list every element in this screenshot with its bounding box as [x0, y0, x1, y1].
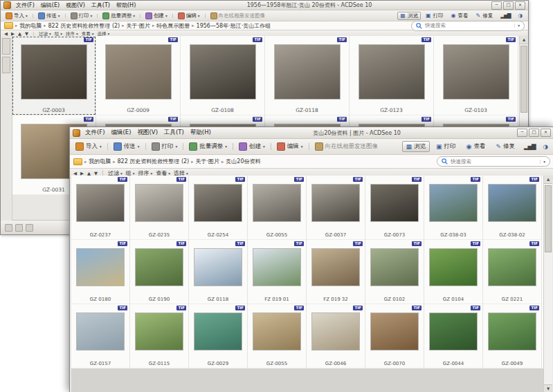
- thumbnail-cell[interactable]: TIFGZ-0237: [71, 176, 130, 240]
- thumbnail-cell[interactable]: TIFGZ-0003: [12, 36, 96, 115]
- breadcrumb-segment[interactable]: 我的电脑: [19, 22, 42, 30]
- toolbar-button[interactable]: 传送▾: [111, 142, 143, 151]
- status-icon[interactable]: [15, 224, 23, 232]
- breadcrumb-segment[interactable]: 我的电脑: [89, 158, 111, 165]
- search-input[interactable]: 快速搜索 ▾: [411, 21, 525, 31]
- menu-item[interactable]: 帮助(H): [116, 1, 136, 9]
- scroll-up-icon[interactable]: ▲: [544, 176, 552, 184]
- mode-button-eye[interactable]: ◉查看: [448, 12, 471, 20]
- thumbnail-cell[interactable]: TIFGZ-0046: [307, 304, 365, 368]
- minimize-button[interactable]: ─: [517, 129, 527, 137]
- breadcrumb-segment[interactable]: 特色展示图册: [156, 22, 190, 30]
- mode-button-grid[interactable]: ▦浏览: [402, 141, 430, 152]
- menu-item[interactable]: 帮助(H): [190, 129, 211, 137]
- organize-panel-tab[interactable]: [2, 57, 10, 73]
- thumbnail-cell[interactable]: TIFGZ-0157: [71, 304, 130, 368]
- toolbar-button[interactable]: 向在线相册发送图像: [312, 142, 381, 151]
- thumbnail-cell[interactable]: TIFGZ-0009: [96, 36, 181, 115]
- thumbnail-cell[interactable]: TIFGZ-0044: [424, 304, 483, 368]
- menu-item[interactable]: 文件(F): [85, 129, 105, 137]
- toolbar-button[interactable]: 打印▾: [69, 12, 95, 19]
- privacy-eye-icon[interactable]: ◑: [515, 12, 525, 19]
- menu-item[interactable]: 视图(V): [66, 1, 85, 9]
- thumbnail-cell[interactable]: TIFFZ 019 32: [307, 240, 365, 304]
- status-icon[interactable]: [5, 224, 12, 232]
- menu-item[interactable]: 文件(F): [16, 1, 35, 9]
- mode-button-edit[interactable]: ✎修复: [473, 12, 496, 20]
- thumbnail-cell[interactable]: TIFGZ 0221: [483, 240, 542, 304]
- scrollbar-thumb[interactable]: [545, 185, 552, 252]
- mode-button-photo[interactable]: ▣打印: [423, 12, 446, 20]
- thumbnail-cell[interactable]: TIFGZ-0103: [434, 36, 518, 115]
- thumbnail-cell[interactable]: TIFGZ-0073: [365, 176, 424, 240]
- collapsed-panel-strip[interactable]: [1, 36, 12, 221]
- menu-item[interactable]: 视图(V): [138, 129, 158, 137]
- maximize-button[interactable]: □: [503, 1, 514, 10]
- toolbar-button[interactable]: 导入▾: [3, 12, 30, 19]
- title-bar[interactable]: 文件(F)编辑(E)视图(V)工具(T)帮助(H) 贡山20份资料 | 图片 -…: [70, 127, 553, 139]
- folders-panel-tab[interactable]: [2, 38, 10, 55]
- thumbnail-cell[interactable]: TIFGZ 0104: [424, 240, 483, 304]
- breadcrumb-segment[interactable]: 1956—58年·怒江·贡山工作组: [197, 22, 271, 30]
- menu-item[interactable]: 工具(T): [91, 1, 110, 9]
- thumbnail-cell[interactable]: TIFGZ-0254: [189, 176, 248, 240]
- thumbnail-cell[interactable]: TIFGZ 0190: [130, 240, 189, 304]
- toolbar-button[interactable]: 编辑▾: [274, 142, 306, 151]
- toolbar-button[interactable]: 批量调整▾: [100, 12, 137, 19]
- breadcrumb-segment[interactable]: 贡山20份资料: [226, 158, 260, 165]
- toolbar-button[interactable]: 创建▾: [143, 12, 170, 19]
- close-button[interactable]: ×: [515, 1, 525, 10]
- toolbar-button[interactable]: 导入▾: [73, 142, 105, 151]
- scroll-up-icon[interactable]: ▲: [520, 36, 528, 44]
- menu-item[interactable]: 编辑(E): [111, 129, 132, 137]
- toolbar-button[interactable]: 传送▾: [36, 12, 62, 19]
- toolbar-button[interactable]: 创建▾: [236, 142, 268, 151]
- thumbnail-cell[interactable]: TIFGZ-0118: [265, 36, 350, 115]
- search-input[interactable]: 快速搜索 ▾: [437, 156, 550, 167]
- histogram-icon[interactable]: ▂▅▇: [498, 12, 513, 19]
- thumbnail-cell[interactable]: TIFGZ-0235: [130, 176, 189, 240]
- minimize-button[interactable]: ─: [491, 1, 502, 10]
- thumbnail-cell[interactable]: TIFGZ 0118: [189, 240, 248, 304]
- maximize-button[interactable]: □: [529, 129, 539, 137]
- thumbnail-cell[interactable]: TIFGZ-0055: [248, 176, 307, 240]
- thumbnail-cell[interactable]: TIFGZ-0123: [350, 36, 434, 115]
- thumbnail-cell[interactable]: TIFGZ-0108: [181, 36, 265, 115]
- histogram-icon[interactable]: ▂▅▇: [521, 142, 538, 151]
- breadcrumb-segment[interactable]: 关于·图片: [195, 158, 219, 165]
- thumbnail-cell[interactable]: TIFGZ 0102: [365, 240, 424, 304]
- mode-button-eye[interactable]: ◉查看: [462, 141, 490, 152]
- scroll-down-icon[interactable]: ▼: [544, 384, 552, 392]
- toolbar-button[interactable]: 打印▾: [149, 142, 181, 151]
- search-dropdown-icon[interactable]: ▾: [514, 24, 520, 28]
- toolbar-button[interactable]: 编辑▾: [176, 12, 202, 19]
- scrollbar-thumb[interactable]: [520, 46, 527, 113]
- privacy-eye-icon[interactable]: ◑: [541, 142, 551, 151]
- thumbnail-cell[interactable]: TIFGZ-038-03: [424, 176, 483, 240]
- toolbar-button[interactable]: 批量调整▾: [186, 142, 230, 151]
- status-icon[interactable]: [26, 224, 33, 232]
- thumbnail-cell[interactable]: TIFGZ-0055: [248, 304, 307, 368]
- thumbnail-cell[interactable]: TIFGZ-0037: [307, 176, 365, 240]
- close-button[interactable]: ×: [541, 129, 551, 137]
- mode-button-edit[interactable]: ✎修复: [491, 141, 519, 152]
- thumbnail-cell[interactable]: TIFGZ-0049: [483, 304, 542, 368]
- mode-button-grid[interactable]: ▦浏览: [397, 12, 421, 20]
- thumbnail-cell[interactable]: TIFGZ-038-02: [483, 176, 542, 240]
- menu-item[interactable]: 工具(T): [164, 129, 184, 137]
- thumbnail-cell[interactable]: TIFGZ-0115: [130, 304, 189, 368]
- thumbnail-cell[interactable]: TIFFZ 019 01: [248, 240, 307, 304]
- search-dropdown-icon[interactable]: ▾: [540, 160, 545, 164]
- thumbnail-row: TIFGZ-0237TIFGZ-0235TIFGZ-0254TIFGZ-0055…: [71, 176, 543, 240]
- menu-item[interactable]: 编辑(E): [41, 1, 60, 9]
- thumbnail-cell[interactable]: TIFGZ 0180: [71, 240, 130, 304]
- title-bar[interactable]: 文件(F)编辑(E)视图(V)工具(T)帮助(H) 1956—1958年怒江·贡…: [1, 1, 528, 10]
- mode-button-photo[interactable]: ▣打印: [432, 141, 460, 152]
- breadcrumb-segment[interactable]: 关于·图片: [126, 22, 150, 30]
- thumbnail-cell[interactable]: TIFGZ-0070: [365, 304, 424, 368]
- breadcrumb-segment[interactable]: 822 历史资料抢救性整理 (2): [118, 158, 190, 165]
- vertical-scrollbar[interactable]: ▲ ▼: [543, 176, 552, 392]
- thumbnail-cell[interactable]: TIFGZ-0029: [189, 304, 248, 368]
- breadcrumb-segment[interactable]: 822 历史资料抢救性整理 (2): [48, 22, 120, 30]
- toolbar-button[interactable]: 向在线相册发送图像: [208, 12, 268, 19]
